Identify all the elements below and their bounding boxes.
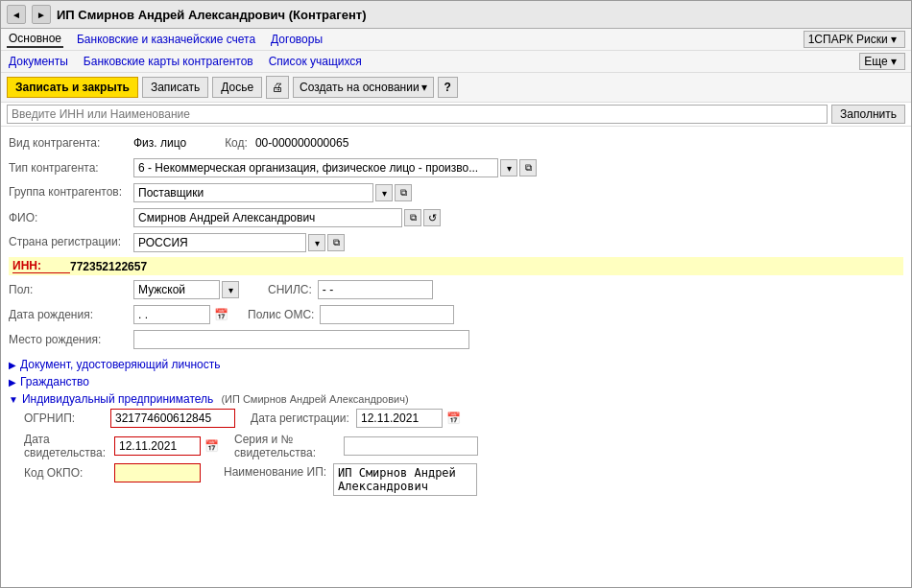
fio-field: ⧉ ↺ xyxy=(133,208,441,227)
menu-left: Основное Банковские и казначейские счета… xyxy=(7,31,324,48)
fio-label: ФИО: xyxy=(9,211,133,224)
tab-osnovnoe[interactable]: Основное xyxy=(7,31,63,48)
eshche-dropdown-button[interactable]: Еще ▾ xyxy=(859,53,905,70)
menu-right: 1СПАРК Риски ▾ xyxy=(804,31,905,48)
inn-row: ИНН: xyxy=(9,257,903,275)
dob-label: Дата рождения: xyxy=(9,308,133,321)
print-button[interactable]: 🖨 xyxy=(266,76,289,99)
calendar-icon[interactable]: 📅 xyxy=(214,308,228,321)
ogrnip-row: ОГРНИП: Дата регистрации: 📅 xyxy=(24,408,903,429)
fio-row: ФИО: ⧉ ↺ xyxy=(9,207,903,228)
gruppa-input[interactable] xyxy=(133,183,373,202)
title-bar: ◄ ► ИП Смирнов Андрей Александрович (Кон… xyxy=(1,1,911,29)
inn-label: ИНН: xyxy=(12,259,70,273)
create-basis-button[interactable]: Создать на основании ▾ xyxy=(293,77,434,98)
menu-bar-row1: Основное Банковские и казначейские счета… xyxy=(1,29,911,51)
ogrnip-input[interactable] xyxy=(110,409,235,428)
spark-dropdown-button[interactable]: 1СПАРК Риски ▾ xyxy=(804,31,905,48)
tab-dokumenty[interactable]: Документы xyxy=(7,54,70,69)
data-reg-calendar-icon[interactable]: 📅 xyxy=(446,412,461,425)
snils-input[interactable] xyxy=(318,280,433,299)
date-svid-calendar-icon[interactable]: 📅 xyxy=(204,439,219,453)
window-title: ИП Смирнов Андрей Александрович (Контраг… xyxy=(57,8,366,22)
inn-search-input[interactable] xyxy=(7,105,828,124)
okpo-left: Код ОКПО: xyxy=(24,463,201,482)
naim-ip-input[interactable]: ИП Смирнов Андрей Александрович xyxy=(333,463,477,496)
nav-back-button[interactable]: ◄ xyxy=(7,5,26,24)
date-svid-input[interactable] xyxy=(114,436,201,456)
data-reg-input[interactable] xyxy=(356,409,443,428)
toolbar: Записать и закрыть Записать Досье 🖨 Созд… xyxy=(1,73,911,103)
kod-label: Код: xyxy=(225,136,248,150)
arrow-right-icon: ▶ xyxy=(9,360,16,370)
menu-left2: Документы Банковские карты контрагентов … xyxy=(7,53,364,70)
section-dokument-toggle[interactable]: ▶ Документ, удостоверяющий личность xyxy=(9,356,903,373)
naim-ip-label: Наименование ИП: xyxy=(224,463,329,479)
form-content: Вид контрагента: Физ. лицо Код: 00-00000… xyxy=(1,127,911,587)
gruppa-copy-btn[interactable]: ⧉ xyxy=(395,184,412,201)
dob-field: 📅 xyxy=(133,305,228,324)
seriya-input[interactable] xyxy=(344,436,478,456)
pol-label: Пол: xyxy=(9,283,133,296)
section-ip-toggle[interactable]: ▼ Индивидуальный предприниматель (ИП Сми… xyxy=(9,390,903,408)
pol-field: ▾ xyxy=(133,280,239,299)
strana-input[interactable] xyxy=(133,233,306,252)
tip-kontragenta-label: Тип контрагента: xyxy=(9,161,133,175)
ogrnip-label: ОГРНИП: xyxy=(24,412,110,425)
mesto-input[interactable] xyxy=(133,330,469,349)
tab-bank-karty[interactable]: Банковские карты контрагентов xyxy=(82,54,255,69)
date-svid-row: Датасвидетельства: 📅 Серия и № свидетель… xyxy=(24,433,903,459)
fio-refresh-btn[interactable]: ↺ xyxy=(423,209,441,226)
fill-button[interactable]: Заполнить xyxy=(831,105,905,124)
tip-kontragenta-dropdown-btn[interactable]: ▾ xyxy=(500,159,517,176)
vid-kontragenta-value: Физ. лицо xyxy=(133,136,186,150)
save-button[interactable]: Записать xyxy=(142,77,208,98)
save-close-button[interactable]: Записать и закрыть xyxy=(7,77,138,98)
tab-dogovory[interactable]: Договоры xyxy=(269,32,324,47)
menu-row1: Основное Банковские и казначейские счета… xyxy=(7,31,905,48)
date-svid-label: Датасвидетельства: xyxy=(24,433,110,459)
pol-dropdown-btn[interactable]: ▾ xyxy=(222,281,239,298)
vid-kontragenta-label: Вид контрагента: xyxy=(9,136,133,150)
vid-kontragenta-row: Вид контрагента: Физ. лицо Код: 00-00000… xyxy=(9,132,903,153)
help-button[interactable]: ? xyxy=(438,77,458,98)
data-reg-label: Дата регистрации: xyxy=(251,412,356,425)
kod-value: 00-000000000065 xyxy=(255,136,348,150)
tip-kontragenta-field: ▾ ⧉ xyxy=(133,158,537,177)
tip-kontragenta-row: Тип контрагента: ▾ ⧉ xyxy=(9,157,903,178)
dob-input[interactable] xyxy=(133,305,210,324)
polis-label: Полис ОМС: xyxy=(248,308,314,321)
dropdown-arrow-icon: ▾ xyxy=(421,81,427,94)
tab-spisok[interactable]: Список учащихся xyxy=(267,54,364,69)
dob-polis-row: Дата рождения: 📅 Полис ОМС: xyxy=(9,304,903,325)
inn-search-row: Заполнить xyxy=(1,103,911,127)
nav-forward-button[interactable]: ► xyxy=(32,5,51,24)
fio-copy-btn[interactable]: ⧉ xyxy=(404,209,421,226)
arrow-right-icon2: ▶ xyxy=(9,377,16,388)
tip-kontragenta-copy-btn[interactable]: ⧉ xyxy=(519,159,537,176)
fio-input[interactable] xyxy=(133,208,402,227)
ip-section-sublabel: (ИП Смирнов Андрей Александрович) xyxy=(221,393,408,405)
okpo-input[interactable] xyxy=(114,463,201,482)
inn-value-input[interactable] xyxy=(70,260,262,273)
arrow-down-icon: ▼ xyxy=(9,394,18,405)
section-grazhdanstvo-toggle[interactable]: ▶ Гражданство xyxy=(9,373,903,390)
dosie-button[interactable]: Досье xyxy=(212,77,262,98)
polis-input[interactable] xyxy=(320,305,454,324)
menu-row2: Документы Банковские карты контрагентов … xyxy=(7,53,905,70)
sections-area: ▶ Документ, удостоверяющий личность ▶ Гр… xyxy=(9,356,903,496)
strana-dropdown-btn[interactable]: ▾ xyxy=(308,234,325,251)
seriya-naim-group: Серия и № свидетельства: xyxy=(234,433,478,459)
ip-section-content: ОГРНИП: Дата регистрации: 📅 Датасвидетел… xyxy=(24,408,903,496)
tab-bank-accounts[interactable]: Банковские и казначейские счета xyxy=(75,32,257,47)
date-svid-field: 📅 xyxy=(114,436,219,456)
strana-row: Страна регистрации: ▾ ⧉ xyxy=(9,232,903,253)
gruppa-dropdown-btn[interactable]: ▾ xyxy=(375,184,393,201)
tip-kontragenta-input[interactable] xyxy=(133,158,498,177)
naim-ip-group: Наименование ИП: ИП Смирнов Андрей Алекс… xyxy=(224,463,477,496)
seriya-label: Серия и № свидетельства: xyxy=(234,433,340,459)
strana-copy-btn[interactable]: ⧉ xyxy=(327,234,345,251)
data-reg-field: 📅 xyxy=(356,409,461,428)
gruppa-label: Группа контрагентов: xyxy=(9,185,133,200)
pol-input[interactable] xyxy=(133,280,220,299)
